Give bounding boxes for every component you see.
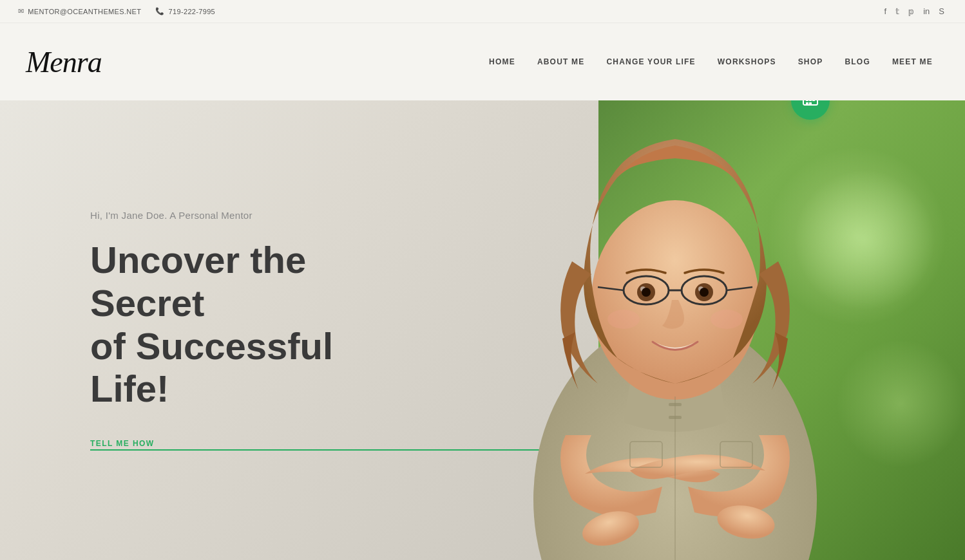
nav-home[interactable]: HOME <box>489 57 515 66</box>
svg-rect-26 <box>806 100 808 101</box>
hero-subtitle: Hi, I'm Jane Doe. A Personal Mentor <box>90 210 598 221</box>
hero-content: Hi, I'm Jane Doe. A Personal Mentor Unco… <box>0 100 598 560</box>
hero-title-line1: Uncover the Secret <box>90 239 306 324</box>
top-bar-contact: ✉ MENTOR@OCEANTHEMES.NET 📞 719-222-7995 <box>18 7 215 15</box>
skype-icon[interactable]: S <box>939 6 944 16</box>
social-links: f 𝕥 𝕡 in S <box>884 6 944 16</box>
facebook-icon[interactable]: f <box>884 6 887 16</box>
hero-title: Uncover the Secret of Successful Life! <box>90 239 412 411</box>
svg-rect-30 <box>809 102 812 104</box>
header: Menra HOME ABOUT ME CHANGE YOUR LIFE WOR… <box>0 23 965 100</box>
phone-number: 719-222-7995 <box>169 8 215 15</box>
logo-text: Menra <box>26 46 102 79</box>
hero-image-area <box>598 100 965 560</box>
light-blob-2 <box>616 418 713 514</box>
nav-change[interactable]: CHANGE YOUR LIFE <box>607 57 696 66</box>
nav-meet[interactable]: MEET ME <box>892 57 933 66</box>
nav-workshops[interactable]: WORKSHOPS <box>718 57 776 66</box>
nav-about[interactable]: ABOUT ME <box>537 57 585 66</box>
hero-title-line2: of Successful Life! <box>90 325 333 410</box>
hero-section: Hi, I'm Jane Doe. A Personal Mentor Unco… <box>0 100 965 560</box>
svg-rect-29 <box>806 102 808 104</box>
phone-contact: 📞 719-222-7995 <box>155 7 215 15</box>
logo[interactable]: Menra <box>26 45 102 79</box>
email-address: MENTOR@OCEANTHEMES.NET <box>28 8 141 15</box>
top-bar: ✉ MENTOR@OCEANTHEMES.NET 📞 719-222-7995 … <box>0 0 965 23</box>
nav-blog[interactable]: BLOG <box>845 57 870 66</box>
main-nav: HOME ABOUT ME CHANGE YOUR LIFE WORKSHOPS… <box>489 57 933 66</box>
phone-icon: 📞 <box>155 7 164 15</box>
nav-shop[interactable]: SHOP <box>798 57 823 66</box>
cta-button[interactable]: TELL ME HOW <box>90 439 598 451</box>
email-contact: ✉ MENTOR@OCEANTHEMES.NET <box>18 7 141 15</box>
svg-rect-27 <box>809 100 812 101</box>
email-icon: ✉ <box>18 7 24 15</box>
light-blob-1 <box>794 169 935 311</box>
svg-rect-28 <box>812 100 815 101</box>
pinterest-icon[interactable]: 𝕡 <box>908 6 914 16</box>
linkedin-icon[interactable]: in <box>923 6 930 16</box>
twitter-icon[interactable]: 𝕥 <box>895 6 899 16</box>
calendar-icon <box>802 100 819 111</box>
